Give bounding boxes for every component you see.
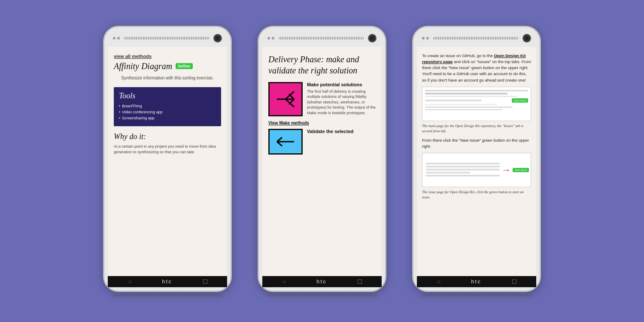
- row-1: [426, 163, 500, 164]
- phone-3-content: To create an issue on GitHub, go to the …: [417, 47, 536, 206]
- phone-2-body: Delivery Phase: make and validate the ri…: [258, 26, 386, 292]
- phone-2-screen: Delivery Phase: make and validate the ri…: [262, 47, 382, 276]
- home-button-2[interactable]: [358, 279, 362, 284]
- dot-2: [117, 37, 120, 39]
- phone-1-body: view all methods Affinity Diagram Define…: [103, 26, 232, 292]
- phone-3: To create an issue on GitHub, go to the …: [412, 26, 541, 297]
- phone-3-dots: [422, 37, 429, 39]
- view-all-methods-link[interactable]: view all methods: [114, 54, 152, 59]
- phone-1-bottom-speaker: [112, 295, 223, 297]
- intro-before-link: To create an issue on GitHub, go to the: [422, 53, 494, 58]
- phone-2-speaker: [279, 37, 364, 39]
- phone-1: view all methods Affinity Diagram Define…: [103, 26, 232, 297]
- mini-bar-1: [425, 90, 528, 91]
- phone-2-camera: [368, 34, 377, 43]
- phone-3-camera: [522, 34, 531, 43]
- delivery-title: Delivery Phase: make and validate the ri…: [268, 54, 376, 76]
- mini-bar-3: [425, 96, 518, 97]
- brand-2: htc: [316, 279, 327, 285]
- tool-item-3: Screensharing app: [119, 116, 216, 120]
- phone-3-top: [417, 32, 536, 44]
- row-4: [426, 172, 470, 173]
- phone-3-speaker: [433, 37, 518, 39]
- new-issue-btn: New Issue: [513, 168, 529, 172]
- dot-5: [422, 37, 425, 39]
- validate-card: Validate the selected: [268, 129, 376, 155]
- phone-3-body: To create an issue on GitHub, go to the …: [412, 26, 541, 292]
- phone-3-bottom-speaker: [421, 295, 532, 297]
- tools-list: BoardThing Video conferencing app Screen…: [119, 104, 216, 120]
- make-solutions-image: [268, 82, 303, 116]
- why-text: At a certain point in any project you ne…: [114, 144, 221, 155]
- tools-box: Tools BoardThing Video conferencing app …: [114, 87, 221, 126]
- define-badge: Define: [176, 63, 193, 69]
- middle-text: From there click the "New Issue" green b…: [422, 137, 531, 150]
- home-button-1[interactable]: [203, 279, 207, 284]
- phone-1-camera: [213, 34, 222, 43]
- back-button-1[interactable]: ◁: [128, 279, 131, 284]
- tools-title: Tools: [119, 91, 216, 100]
- tool-item-1: BoardThing: [119, 104, 216, 108]
- github-intro: To create an issue on GitHub, go to the …: [422, 53, 531, 83]
- caption-1: The main page for the Open Design Kit re…: [422, 124, 531, 134]
- phone-3-nav-bar: ◁ htc: [417, 276, 536, 287]
- mini-bar-7: [425, 109, 502, 110]
- screenshot-2-rows: [424, 161, 501, 179]
- mini-bar-5: [425, 104, 497, 105]
- method-description: Synthesize information with this sorting…: [114, 75, 221, 81]
- phone-1-nav-bar: ◁ htc: [108, 276, 227, 287]
- phone-1-content: view all methods Affinity Diagram Define…: [108, 47, 227, 162]
- phone-1-dots: [113, 37, 120, 39]
- phone-3-screen: To create an issue on GitHub, go to the …: [417, 47, 536, 276]
- phone-2-dots: [267, 37, 274, 39]
- back-button-3[interactable]: ◁: [437, 279, 440, 284]
- make-solutions-desc: The first half of delivery is creating m…: [307, 89, 376, 116]
- row-2: [426, 166, 500, 167]
- validate-arrow-icon: [273, 131, 298, 152]
- mini-green-button: New issue: [512, 98, 528, 103]
- fork-arrow-icon: [273, 86, 298, 112]
- brand-3: htc: [471, 279, 481, 285]
- back-button-2[interactable]: ◁: [282, 279, 286, 284]
- view-make-methods-link[interactable]: View Make methods: [268, 121, 376, 125]
- phone-2-content: Delivery Phase: make and validate the ri…: [262, 47, 382, 166]
- brand-1: htc: [162, 279, 172, 285]
- phone-1-screen: view all methods Affinity Diagram Define…: [108, 47, 227, 276]
- validate-title: Validate the selected: [307, 129, 376, 134]
- phone-2-bottom-speaker: [266, 295, 378, 297]
- phone-2: Delivery Phase: make and validate the ri…: [258, 26, 386, 297]
- mini-bar-6: [425, 106, 513, 108]
- dot-1: [113, 37, 115, 39]
- row-3: [426, 169, 500, 170]
- home-button-3[interactable]: [512, 279, 516, 284]
- method-title-row: Affinity Diagram Define: [114, 61, 221, 71]
- tool-item-2: Video conferencing app: [119, 110, 216, 114]
- caption-2: The issue page for Open Design Kit, clic…: [422, 190, 531, 200]
- dot-4: [272, 37, 274, 39]
- validate-text: Validate the selected: [307, 129, 376, 136]
- screenshot-2: → New Issue: [422, 153, 531, 187]
- make-solutions-card: Make potential solutions The first half …: [268, 82, 376, 116]
- row-5: [426, 175, 500, 176]
- dot-6: [426, 37, 429, 39]
- screenshot-1-content: New issue: [422, 87, 531, 121]
- phone-2-top: [262, 32, 382, 44]
- phone-1-speaker: [124, 37, 209, 39]
- make-solutions-text: Make potential solutions The first half …: [307, 82, 376, 116]
- why-title: Why do it:: [114, 132, 221, 141]
- mini-bar-2: [425, 93, 507, 94]
- phone-1-top: [108, 32, 227, 44]
- mini-bar-4: [425, 100, 482, 101]
- method-title: Affinity Diagram: [114, 61, 172, 71]
- make-solutions-title: Make potential solutions: [307, 82, 376, 87]
- validate-image: [268, 129, 303, 155]
- mini-highlight-row: New issue: [425, 98, 528, 103]
- pink-arrow-icon: →: [501, 164, 511, 176]
- phone-2-nav-bar: ◁ htc: [262, 276, 382, 287]
- dot-3: [267, 37, 270, 39]
- screenshot-1: New issue: [422, 87, 531, 121]
